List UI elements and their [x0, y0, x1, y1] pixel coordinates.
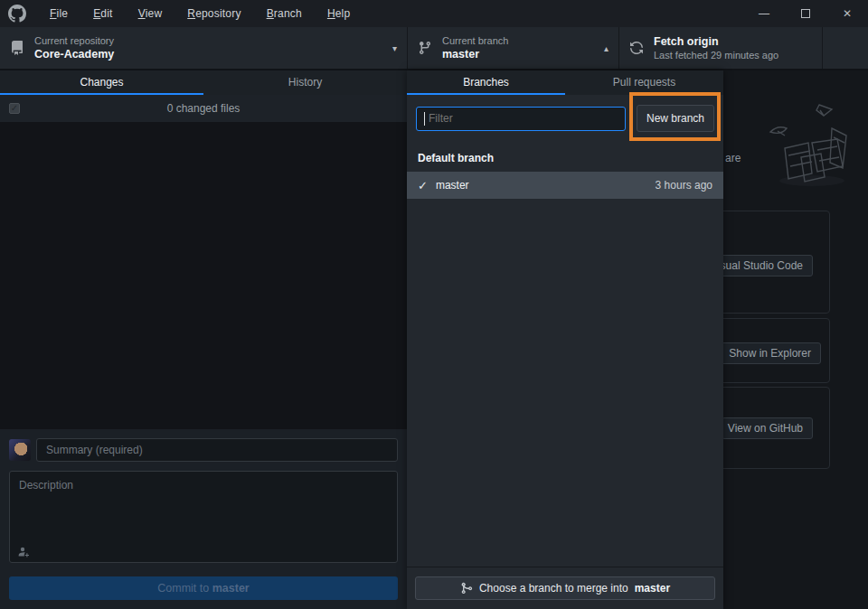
current-repository-label: Current repository: [34, 34, 114, 47]
git-merge-icon: [460, 582, 473, 595]
changed-files-list: [0, 122, 407, 429]
no-changes-illustration: [758, 101, 859, 192]
merge-button-prefix: Choose a branch to merge into: [479, 582, 628, 595]
chevron-down-icon: ▾: [385, 43, 397, 53]
menu-branch[interactable]: Branch: [256, 4, 313, 23]
popover-footer: Choose a branch to merge into master: [407, 567, 723, 609]
toolbar-empty-space: [823, 27, 868, 69]
check-icon: ✓: [418, 179, 428, 192]
current-repository-text: Current repository Core-Academy: [34, 34, 114, 62]
menu-help-mnemonic: H: [327, 7, 335, 20]
summary-input[interactable]: [36, 438, 398, 462]
sync-icon: [629, 41, 644, 55]
tab-branches[interactable]: Branches: [407, 70, 565, 95]
open-in-editor-button[interactable]: sual Studio Code: [714, 255, 813, 276]
menu-repository-mnemonic: R: [187, 7, 195, 20]
git-branch-icon: [418, 41, 432, 55]
changes-panel: Changes History ✓ 0 changed files: [0, 70, 407, 609]
minimize-button[interactable]: —: [743, 0, 785, 27]
merge-branch-button[interactable]: Choose a branch to merge into master: [415, 576, 715, 600]
branch-row-master[interactable]: ✓ master 3 hours ago: [407, 172, 723, 199]
fetch-origin-text: Fetch origin Last fetched 29 minutes ago: [654, 34, 778, 62]
chevron-up-icon: ▴: [597, 43, 609, 53]
commit-button-prefix: Commit to: [157, 582, 212, 595]
main-content: Changes History ✓ 0 changed files: [0, 70, 868, 609]
background-text-fragment: are: [725, 152, 741, 164]
tab-pull-requests[interactable]: Pull requests: [565, 70, 723, 95]
branch-filter-row: New branch: [407, 95, 723, 143]
commit-summary-row: [9, 438, 398, 462]
github-desktop-window: File Edit View Repository Branch Help — …: [0, 0, 868, 609]
titlebar: File Edit View Repository Branch Help — …: [0, 0, 868, 27]
current-branch-button[interactable]: Current branch master ▴: [408, 27, 619, 69]
changes-header: ✓ 0 changed files: [0, 95, 407, 122]
current-repository-button[interactable]: Current repository Core-Academy ▾: [0, 27, 408, 69]
repo-icon: [10, 41, 24, 55]
menu-branch-label: ranch: [274, 7, 302, 20]
branch-name: master: [436, 179, 469, 192]
avatar: [9, 439, 31, 461]
menu-branch-mnemonic: B: [267, 7, 274, 20]
changed-files-count: 0 changed files: [167, 102, 241, 115]
text-cursor: [424, 112, 425, 126]
branches-popover: Branches Pull requests New branch Defaul…: [407, 70, 723, 609]
fetch-origin-button[interactable]: Fetch origin Last fetched 29 minutes ago: [619, 27, 823, 69]
commit-button[interactable]: Commit to master: [9, 576, 398, 600]
menu-help-label: elp: [335, 7, 351, 20]
current-branch-text: Current branch master: [442, 34, 508, 62]
new-branch-button[interactable]: New branch: [637, 105, 714, 132]
tab-changes[interactable]: Changes: [0, 70, 203, 95]
menu-view[interactable]: View: [127, 4, 174, 23]
branch-filter-input[interactable]: [416, 107, 626, 131]
show-in-explorer-button-label: Show in Explorer: [729, 347, 811, 360]
show-in-explorer-button[interactable]: Show in Explorer: [720, 342, 821, 364]
current-branch-label: Current branch: [442, 34, 508, 47]
open-in-editor-button-label: sual Studio Code: [721, 259, 803, 272]
toolbar: Current repository Core-Academy ▾ Curren…: [0, 27, 868, 70]
menu-file[interactable]: File: [39, 4, 79, 23]
menu-help[interactable]: Help: [316, 4, 362, 23]
fetch-origin-status: Last fetched 29 minutes ago: [654, 49, 778, 61]
github-logo-icon: [8, 5, 26, 23]
menu-file-mnemonic: F: [50, 7, 57, 20]
menu-bar: File Edit View Repository Branch Help: [39, 4, 361, 23]
commit-description-wrap: [9, 471, 398, 566]
fetch-origin-label: Fetch origin: [654, 34, 778, 49]
branch-filter-wrap: [416, 107, 626, 131]
branch-updated-time: 3 hours ago: [656, 179, 712, 192]
default-branch-header: Default branch: [407, 143, 723, 172]
view-on-github-button-label: View on GitHub: [728, 422, 803, 435]
select-all-checkbox[interactable]: ✓: [9, 103, 20, 114]
description-textarea[interactable]: [9, 471, 398, 563]
changes-history-tabbar: Changes History: [0, 70, 407, 95]
menu-view-label: iew: [146, 7, 163, 20]
menu-file-label: ile: [57, 7, 69, 20]
branch-list-empty-area: [407, 199, 723, 567]
no-local-changes-area: are sual Studio Code Show in Explorer Vi…: [407, 70, 868, 609]
add-coauthor-icon[interactable]: [16, 546, 29, 558]
menu-view-mnemonic: V: [138, 7, 146, 20]
view-on-github-button[interactable]: View on GitHub: [722, 417, 813, 439]
maximize-button[interactable]: [785, 0, 826, 27]
maximize-icon: [801, 9, 810, 18]
menu-edit[interactable]: Edit: [82, 4, 124, 23]
menu-edit-label: dit: [100, 7, 112, 20]
merge-button-branch: master: [635, 582, 670, 595]
menu-repository[interactable]: Repository: [176, 4, 251, 23]
tab-history[interactable]: History: [203, 70, 407, 95]
current-branch-value: master: [442, 47, 508, 61]
current-repository-value: Core-Academy: [34, 47, 114, 61]
menu-repository-label: epository: [195, 7, 241, 20]
commit-button-branch: master: [212, 582, 250, 595]
branches-pr-tabbar: Branches Pull requests: [407, 70, 723, 95]
window-controls: — ✕: [743, 0, 868, 27]
commit-form: Commit to master: [0, 429, 407, 609]
close-button[interactable]: ✕: [826, 0, 868, 27]
